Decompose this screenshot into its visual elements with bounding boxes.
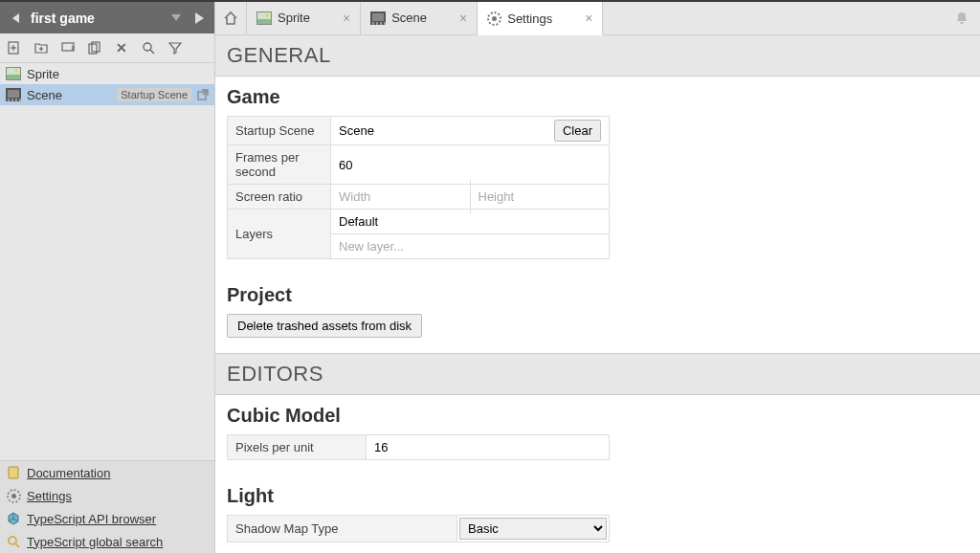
label-screen-ratio: Screen ratio [228,185,331,210]
new-folder-icon[interactable] [33,39,50,56]
section-header-general: GENERAL [215,35,980,77]
label-ppu: Pixels per unit [228,435,367,460]
subsection-light: Light Shadow Map Type Basic [215,476,980,553]
book-icon [6,465,21,480]
sidebar-header: first game [0,2,214,33]
layer-input[interactable] [339,214,601,229]
link-label: TypeScript API browser [27,512,156,526]
label-fps: Frames per second [228,145,331,185]
shadow-select[interactable]: Basic [459,518,607,540]
settings-content: GENERAL Game Startup Scene Clear [215,35,980,553]
open-icon[interactable] [59,39,77,56]
cube-icon [6,511,21,526]
search-icon [6,534,21,549]
subsection-cubic: Cubic Model Pixels per unit [215,395,980,476]
duplicate-icon[interactable] [86,39,103,56]
sprite-icon [6,67,21,80]
subsection-game: Game Startup Scene Clear Frames per seco… [215,77,980,275]
scene-icon [370,11,386,25]
close-icon[interactable]: × [585,11,592,26]
label-layers: Layers [228,210,331,259]
subsection-title: Light [227,485,969,507]
svg-line-13 [15,543,19,547]
gear-icon [487,11,501,26]
svg-rect-11 [9,467,18,478]
sprite-icon [256,11,272,25]
svg-point-8 [144,43,151,51]
sidebar-toolbar: ✕ [0,33,214,63]
label-shadow: Shadow Map Type [228,516,457,542]
tab-sprite[interactable]: Sprite × [246,2,361,34]
play-icon[interactable] [191,11,207,26]
tab-label: Scene [391,11,454,25]
startup-scene-input[interactable] [339,123,548,138]
search-icon[interactable] [140,39,157,56]
link-label: Settings [27,489,72,503]
subsection-title: Game [227,86,969,108]
download-icon[interactable] [168,11,184,26]
delete-trashed-button[interactable]: Delete trashed assets from disk [227,314,422,338]
link-label: Documentation [27,466,110,480]
ppu-input[interactable] [374,440,601,454]
fps-input[interactable] [339,158,601,172]
external-link-icon[interactable] [197,89,209,100]
section-header-editors: EDITORS [215,353,980,395]
clear-button[interactable]: Clear [554,120,601,142]
startup-scene-badge: Startup Scene [117,88,191,101]
ratio-height-input[interactable] [471,185,610,209]
asset-label: Scene [27,88,111,102]
tabbar: Sprite × Scene × Settings × [215,2,980,35]
sidebar: first game ✕ [0,2,215,553]
gear-icon [6,488,21,503]
svg-point-12 [9,537,16,544]
link-ts-search[interactable]: TypeScript global search [0,530,214,553]
tab-home[interactable] [215,2,246,34]
link-documentation[interactable]: Documentation [0,461,214,484]
asset-label: Sprite [27,67,209,81]
tab-scene[interactable]: Scene × [361,2,478,34]
delete-icon[interactable]: ✕ [113,39,130,56]
filter-icon[interactable] [167,39,184,56]
subsection-title: Project [227,284,969,306]
new-layer-input[interactable] [339,239,601,254]
tab-label: Sprite [278,11,337,25]
notification-icon[interactable] [955,11,969,25]
close-icon[interactable]: × [343,11,350,26]
ratio-width-input[interactable] [331,185,470,209]
close-icon[interactable]: × [459,11,467,26]
project-title: first game [31,11,161,26]
link-ts-api[interactable]: TypeScript API browser [0,507,214,530]
asset-row-sprite[interactable]: Sprite [0,63,214,84]
subsection-project: Project Delete trashed assets from disk [215,275,980,353]
sidebar-bottom-links: Documentation Settings TypeScript API br… [0,460,214,553]
new-file-icon[interactable] [6,39,23,56]
asset-list: Sprite Scene Startup Scene [0,63,214,460]
main-area: Sprite × Scene × Settings × GENERAL Game [215,2,980,553]
label-startup-scene: Startup Scene [228,117,331,145]
subsection-title: Cubic Model [227,405,969,427]
scene-icon [6,88,21,101]
tab-settings[interactable]: Settings × [478,2,603,35]
back-icon[interactable] [8,11,23,26]
link-label: TypeScript global search [27,535,163,549]
tab-label: Settings [507,11,579,26]
asset-row-scene[interactable]: Scene Startup Scene [0,84,214,105]
link-settings[interactable]: Settings [0,484,214,507]
svg-line-9 [150,50,154,54]
